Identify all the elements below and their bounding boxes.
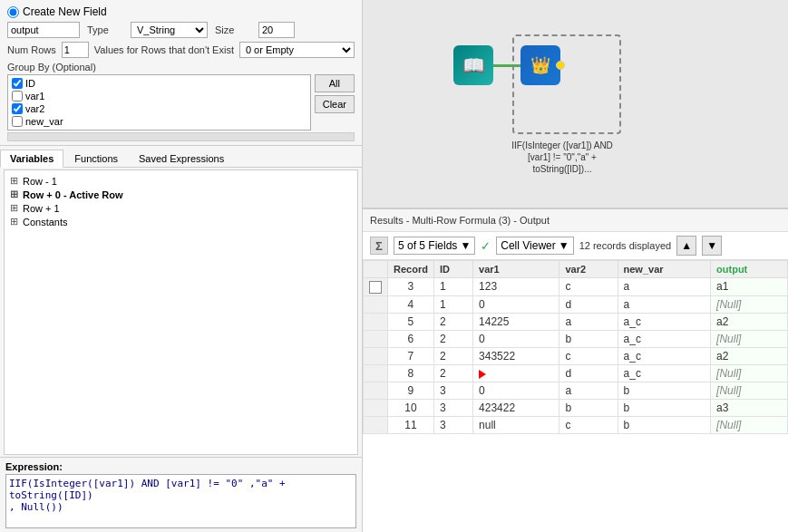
var2-cell: a — [559, 313, 618, 330]
id-cell: 3 — [433, 382, 472, 399]
group-by-var1-label: var1 — [25, 91, 44, 102]
row-selector-cell — [364, 382, 388, 399]
col-var1-header[interactable]: var1 — [473, 261, 559, 278]
row-selector-cell — [364, 416, 388, 433]
record-cell: 11 — [388, 416, 434, 433]
viewer-text: Cell Viewer — [501, 239, 555, 252]
var2-cell: b — [559, 399, 618, 416]
new-var-cell: a_c — [618, 313, 711, 330]
var1-cell: 0 — [473, 382, 559, 399]
new-var-cell: a_c — [618, 364, 711, 382]
var2-cell: d — [559, 295, 618, 313]
type-select[interactable]: V_String String Int Double — [131, 22, 208, 38]
record-cell: 10 — [388, 399, 434, 416]
var2-cell: c — [559, 347, 618, 364]
table-row[interactable]: 410da[Null] — [364, 295, 788, 313]
output-cell: a3 — [711, 399, 788, 416]
output-cell: a2 — [711, 347, 788, 364]
book-node[interactable]: 📖 — [453, 45, 493, 85]
size-input[interactable] — [258, 22, 295, 38]
horizontal-scrollbar[interactable] — [7, 132, 355, 141]
var1-cell: 343522 — [473, 347, 559, 364]
col-record-header[interactable]: Record — [388, 261, 434, 278]
output-cell: [Null] — [711, 295, 788, 313]
create-new-field-radio[interactable] — [7, 6, 19, 18]
var1-cell: 14225 — [473, 313, 559, 330]
field-name-input[interactable] — [7, 22, 80, 38]
group-by-content: ID var1 var2 new_var — [7, 74, 355, 131]
table-row[interactable]: 103423422bba3 — [364, 399, 788, 416]
num-rows-input[interactable] — [62, 42, 89, 58]
id-cell: 2 — [433, 364, 472, 382]
col-id-header[interactable]: ID — [433, 261, 472, 278]
group-by-buttons: All Clear — [315, 74, 355, 131]
var1-cell: 123 — [473, 278, 559, 296]
tab-functions[interactable]: Functions — [64, 150, 128, 167]
table-row[interactable]: 82da_c[Null] — [364, 364, 788, 382]
record-cell: 4 — [388, 295, 434, 313]
record-cell: 8 — [388, 364, 434, 382]
tree-row-minus1[interactable]: ⊞ Row - 1 — [8, 174, 354, 188]
id-cell: 2 — [433, 313, 472, 330]
col-selector-header — [364, 261, 388, 278]
cell-viewer-dropdown[interactable]: Cell Viewer ▼ — [496, 237, 573, 255]
clear-button[interactable]: Clear — [315, 95, 355, 113]
col-new-var-header[interactable]: new_var — [618, 261, 711, 278]
new-var-cell: b — [618, 382, 711, 399]
table-row[interactable]: 620ba_c[Null] — [364, 330, 788, 347]
node-label: IIF(IsInteger ([var1]) AND [var1] != "0"… — [503, 140, 621, 175]
tree-constants[interactable]: ⊞ Constants — [8, 215, 354, 228]
table-row[interactable]: 72343522ca_ca2 — [364, 347, 788, 364]
table-row[interactable]: 930ab[Null] — [364, 382, 788, 399]
expression-section: Expression: IIF(IsInteger([var1]) AND [v… — [0, 457, 362, 532]
num-rows-row: Num Rows Values for Rows that don't Exis… — [7, 42, 355, 58]
tab-variables[interactable]: Variables — [0, 150, 63, 168]
results-title: Results - Multi-Row Formula (3) - Output — [370, 215, 550, 226]
group-by-var1[interactable]: var1 — [10, 90, 308, 102]
expander-constants: ⊞ — [10, 216, 21, 227]
record-cell: 7 — [388, 347, 434, 364]
expression-editor[interactable]: IIF(IsInteger([var1]) AND [var1] != "0" … — [5, 474, 356, 528]
col-output-header[interactable]: output — [711, 261, 788, 278]
label-row-minus1: Row - 1 — [23, 176, 57, 187]
output-cell: [Null] — [711, 416, 788, 433]
table-row[interactable]: 31123caa1 — [364, 278, 788, 296]
id-cell: 2 — [433, 347, 472, 364]
fields-dropdown[interactable]: 5 of 5 Fields ▼ — [394, 237, 475, 255]
new-var-cell: a_c — [618, 330, 711, 347]
group-by-id-label: ID — [25, 78, 35, 89]
var1-cell: 423422 — [473, 399, 559, 416]
row-selector-cell — [364, 399, 388, 416]
top-section: Create New Field Type V_String String In… — [0, 0, 362, 146]
group-by-id-checkbox[interactable] — [12, 78, 23, 89]
nav-up-button[interactable]: ▲ — [676, 236, 696, 256]
group-by-var1-checkbox[interactable] — [12, 91, 23, 102]
col-var2-header[interactable]: var2 — [559, 261, 618, 278]
table-row[interactable]: 5214225aa_ca2 — [364, 313, 788, 330]
tree-row-plus1[interactable]: ⊞ Row + 1 — [8, 201, 354, 215]
nav-down-button[interactable]: ▼ — [702, 236, 722, 256]
id-cell: 3 — [433, 416, 472, 433]
table-row[interactable]: 113nullcb[Null] — [364, 416, 788, 433]
group-by-id[interactable]: ID — [10, 77, 308, 90]
row-selector-cell — [364, 347, 388, 364]
table-wrapper: Record ID var1 var2 new_var output 31123… — [363, 260, 788, 532]
tab-saved-expressions[interactable]: Saved Expressions — [129, 150, 234, 167]
checkmark-icon: ✓ — [481, 239, 491, 253]
sigma-icon[interactable]: Σ — [370, 237, 388, 255]
group-by-section: Group By (Optional) ID var1 var2 — [7, 62, 355, 131]
tree-row-0[interactable]: ⊞ Row + 0 - Active Row — [8, 188, 354, 201]
output-cell: a1 — [711, 278, 788, 296]
results-header: Results - Multi-Row Formula (3) - Output — [363, 209, 788, 232]
expander-minus1: ⊞ — [10, 175, 21, 187]
group-by-var2[interactable]: var2 — [10, 102, 308, 115]
group-by-new-var-checkbox[interactable] — [12, 116, 23, 127]
row-selector-cell — [364, 313, 388, 330]
group-by-var2-checkbox[interactable] — [12, 103, 23, 114]
var2-cell: c — [559, 416, 618, 433]
record-cell: 3 — [388, 278, 434, 296]
values-select[interactable]: 0 or Empty — [239, 42, 355, 58]
all-button[interactable]: All — [315, 74, 355, 92]
id-cell: 3 — [433, 399, 472, 416]
group-by-new-var[interactable]: new_var — [10, 115, 308, 128]
